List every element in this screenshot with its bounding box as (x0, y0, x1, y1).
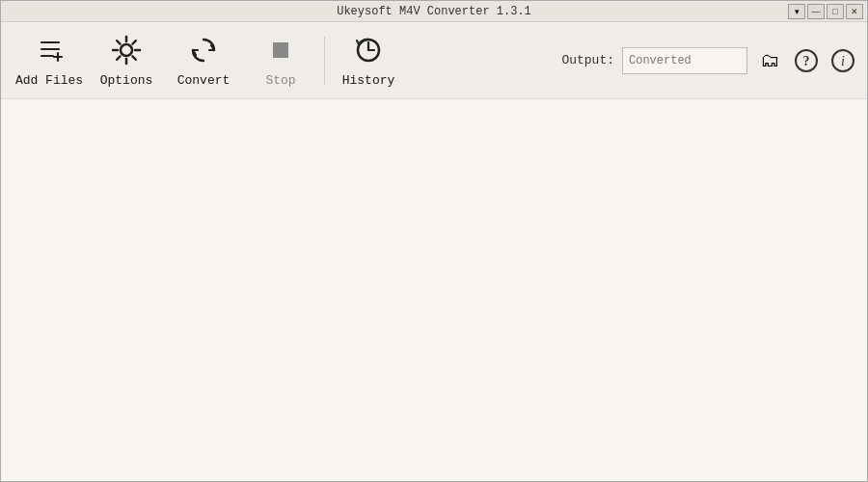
output-label: Output: (561, 53, 614, 67)
convert-button[interactable]: Convert (165, 24, 242, 96)
title-bar: Ukeysoft M4V Converter 1.3.1 ▾ — □ ✕ (1, 1, 867, 22)
svg-rect-14 (273, 42, 288, 58)
folder-button[interactable]: 🗂 (755, 47, 784, 74)
toolbar: Add Files Options Convert (1, 22, 867, 99)
window-controls: ▾ — □ ✕ (788, 4, 863, 19)
app-title: Ukeysoft M4V Converter 1.3.1 (337, 5, 531, 18)
svg-text:?: ? (803, 54, 810, 68)
info-icon: i (830, 48, 855, 73)
add-files-button[interactable]: Add Files (11, 24, 88, 96)
dropdown-button[interactable]: ▾ (788, 4, 805, 19)
output-area: Output: 🗂 ? i (561, 46, 857, 75)
stop-label: Stop (265, 73, 295, 88)
info-button[interactable]: i (828, 46, 857, 75)
svg-text:i: i (841, 54, 845, 68)
maximize-button[interactable]: □ (827, 4, 844, 19)
history-button[interactable]: History (330, 24, 407, 96)
svg-line-10 (117, 40, 121, 44)
main-content (1, 99, 867, 481)
help-button[interactable]: ? (792, 46, 821, 75)
add-files-label: Add Files (15, 73, 83, 88)
svg-line-13 (117, 56, 121, 60)
help-icon: ? (794, 48, 819, 73)
history-label: History (342, 73, 395, 88)
close-button[interactable]: ✕ (846, 4, 863, 19)
options-label: Options (100, 73, 153, 88)
stop-button[interactable]: Stop (242, 24, 319, 96)
convert-label: Convert (177, 73, 231, 88)
svg-point-5 (121, 44, 132, 56)
minimize-button[interactable]: — (807, 4, 825, 19)
folder-icon: 🗂 (760, 49, 779, 71)
svg-line-11 (132, 56, 136, 60)
svg-line-12 (132, 40, 136, 44)
output-input[interactable] (622, 47, 747, 74)
options-button[interactable]: Options (88, 24, 165, 96)
options-icon (109, 33, 144, 67)
convert-icon (186, 33, 221, 67)
history-icon (351, 33, 386, 67)
add-files-icon (32, 33, 67, 67)
stop-icon (263, 33, 298, 67)
toolbar-separator (324, 37, 325, 85)
